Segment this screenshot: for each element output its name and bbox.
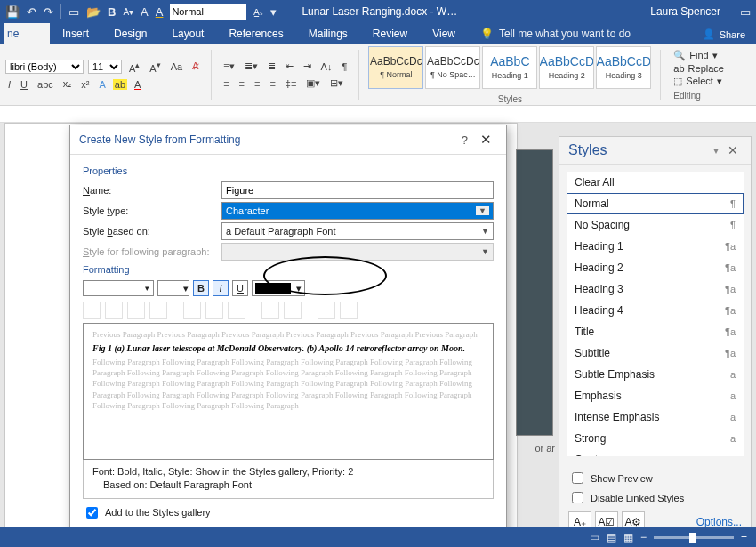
decrease-indent-icon[interactable]: ⇤ — [283, 60, 296, 73]
style-item[interactable]: Heading 4¶a — [567, 300, 744, 321]
align-right-icon[interactable]: ≡ — [252, 77, 262, 90]
line-spacing-icon[interactable]: ‡≡ — [283, 77, 300, 90]
add-to-gallery-checkbox[interactable] — [86, 507, 98, 519]
style-item[interactable]: Title¶a — [567, 321, 744, 342]
close-icon[interactable]: ✕ — [475, 132, 497, 148]
ruler[interactable] — [0, 106, 756, 123]
dialog-titlebar[interactable]: Create New Style from Formatting ? ✕ — [70, 125, 506, 155]
tab-insert[interactable]: Insert — [50, 23, 101, 44]
find-button[interactable]: 🔍Find ▾ — [670, 50, 728, 61]
close-icon[interactable]: ✕ — [724, 143, 742, 157]
new-icon[interactable]: ▭ — [68, 5, 79, 19]
numbering-icon[interactable]: ≣▾ — [242, 60, 261, 73]
style-box-heading2[interactable]: AaBbCcDHeading 2 — [539, 46, 594, 89]
read-mode-icon[interactable]: ▭ — [590, 531, 599, 543]
based-on-combo[interactable]: a Default Paragraph Font▼ — [221, 222, 494, 240]
increase-indent-icon[interactable]: ⇥ — [301, 60, 314, 73]
font-icon[interactable]: A — [141, 5, 149, 19]
tab-mailings[interactable]: Mailings — [296, 23, 360, 44]
style-item[interactable]: Heading 3¶a — [567, 278, 744, 300]
styles-list[interactable]: Clear AllNormal¶No Spacing¶Heading 1¶aHe… — [567, 172, 744, 456]
tab-view[interactable]: View — [420, 23, 468, 44]
print-layout-icon[interactable]: ▤ — [607, 531, 616, 543]
font-combo[interactable]: ▾ — [83, 280, 154, 296]
tab-references[interactable]: References — [216, 23, 295, 44]
style-box-heading1[interactable]: AaBbCHeading 1 — [482, 46, 537, 89]
style-box-nospacing[interactable]: AaBbCcDc¶ No Spac… — [425, 46, 480, 89]
pin-icon[interactable]: ▾ — [708, 144, 724, 157]
underline-icon[interactable]: U — [18, 78, 30, 91]
style-item[interactable]: Intense Emphasisa — [567, 406, 744, 428]
style-item[interactable]: Normal¶ — [567, 193, 744, 214]
embedded-image[interactable] — [516, 149, 553, 436]
font-size-icon[interactable]: A▾ — [123, 7, 133, 17]
shading-icon[interactable]: ▣▾ — [303, 76, 323, 90]
style-item[interactable]: Heading 1¶a — [567, 236, 744, 257]
select-button[interactable]: ⬚Select ▾ — [670, 76, 728, 87]
tell-me[interactable]: 💡Tell me what you want to do — [473, 23, 638, 44]
style-item[interactable]: Stronga — [567, 428, 744, 449]
change-case-icon[interactable]: Aa — [168, 60, 185, 73]
more-icon[interactable]: ▾ — [270, 5, 277, 19]
save-icon[interactable]: 💾 — [5, 5, 20, 19]
styles-launcher-icon[interactable]: A̲ₛ — [253, 7, 263, 17]
clear-format-icon[interactable]: A̷ — [189, 60, 202, 73]
help-icon[interactable]: ? — [454, 133, 475, 147]
open-icon[interactable]: 📂 — [86, 5, 101, 19]
style-gallery[interactable]: AaBbCcDc¶ Normal AaBbCcDc¶ No Spac… AaBb… — [368, 46, 651, 89]
font-color-combo[interactable]: ▾ — [252, 280, 305, 296]
strike-icon[interactable]: abc — [35, 78, 56, 91]
style-box-normal[interactable]: AaBbCcDc¶ Normal — [368, 46, 423, 89]
style-item[interactable]: Subtitle¶a — [567, 342, 744, 364]
style-item[interactable]: Emphasisa — [567, 385, 744, 406]
replace-button[interactable]: abReplace — [670, 63, 728, 74]
bold-button[interactable]: B — [193, 280, 209, 296]
share-button[interactable]: 👤Share — [692, 24, 756, 44]
style-item[interactable]: Quote¶a — [567, 449, 744, 456]
align-left-icon[interactable]: ≡ — [221, 77, 231, 90]
bullets-icon[interactable]: ≡▾ — [221, 60, 237, 73]
font-size-select[interactable]: 11 — [88, 60, 122, 74]
text-color-icon[interactable]: A — [156, 5, 164, 19]
user-name[interactable]: Laura Spencer — [650, 5, 720, 18]
justify-icon[interactable]: ≡ — [267, 77, 277, 90]
zoom-slider[interactable] — [654, 536, 734, 539]
style-quick-select[interactable] — [170, 4, 246, 20]
style-item[interactable]: Clear All — [567, 172, 744, 193]
redo-icon[interactable]: ↷ — [44, 5, 53, 19]
shrink-font-icon[interactable]: A▾ — [147, 59, 163, 75]
web-layout-icon[interactable]: ▦ — [623, 531, 633, 543]
font-name-select[interactable]: libri (Body) — [5, 60, 84, 74]
style-type-combo[interactable]: Character▼ — [221, 202, 494, 220]
name-input[interactable] — [221, 181, 494, 199]
zoom-out-icon[interactable]: − — [640, 531, 647, 543]
style-item[interactable]: Heading 2¶a — [567, 257, 744, 278]
disable-linked-checkbox[interactable]: Disable Linked Styles — [568, 489, 742, 506]
highlight-icon[interactable]: ab — [113, 79, 127, 90]
tab-layout[interactable]: Layout — [159, 23, 216, 44]
multilevel-icon[interactable]: ≣ — [265, 60, 278, 73]
superscript-icon[interactable]: x² — [78, 78, 92, 91]
style-item[interactable]: Subtle Emphasisa — [567, 364, 744, 385]
tab-home[interactable]: Homene — [4, 23, 50, 44]
bold-b-icon[interactable]: B — [108, 5, 116, 19]
disable-linked-input[interactable] — [572, 492, 583, 503]
undo-icon[interactable]: ↶ — [27, 5, 36, 19]
text-effects-icon[interactable]: A — [96, 78, 108, 91]
subscript-icon[interactable]: x₂ — [60, 77, 75, 91]
zoom-thumb[interactable] — [689, 533, 696, 543]
show-preview-checkbox[interactable]: Show Preview — [568, 470, 742, 487]
align-center-icon[interactable]: ≡ — [237, 77, 247, 90]
borders-icon[interactable]: ⊞▾ — [327, 76, 346, 90]
zoom-in-icon[interactable]: + — [741, 531, 747, 543]
show-marks-icon[interactable]: ¶ — [339, 60, 350, 73]
tab-review[interactable]: Review — [360, 23, 420, 44]
italic-button[interactable]: I — [213, 280, 229, 296]
tab-design[interactable]: Design — [101, 23, 159, 44]
show-preview-input[interactable] — [572, 472, 583, 484]
font-color-icon[interactable]: A — [132, 78, 143, 91]
italic-icon[interactable]: I — [5, 78, 13, 91]
style-box-heading3[interactable]: AaBbCcDHeading 3 — [596, 46, 651, 89]
size-combo[interactable]: ▾ — [157, 280, 189, 296]
window-controls-icon[interactable]: ▭ — [740, 5, 751, 19]
